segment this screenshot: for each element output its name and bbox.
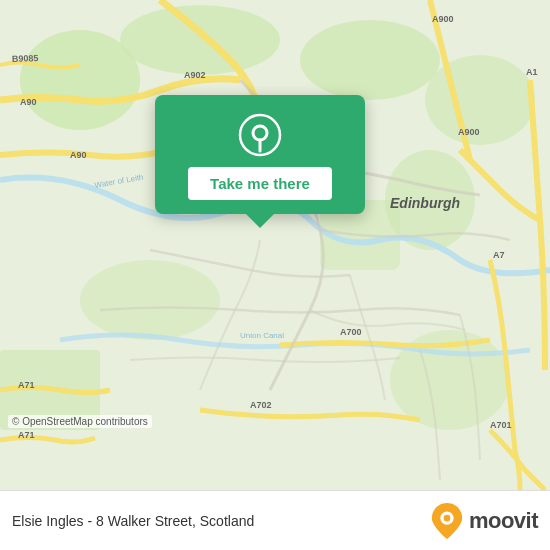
bottom-bar: Elsie Ingles - 8 Walker Street, Scotland…	[0, 490, 550, 550]
svg-point-7	[80, 260, 220, 340]
popup-card: Take me there	[155, 95, 365, 214]
svg-text:B9085: B9085	[12, 53, 39, 64]
svg-text:A90: A90	[70, 150, 87, 160]
moovit-pin-icon	[431, 503, 463, 539]
svg-text:A702: A702	[250, 400, 272, 410]
svg-text:A7: A7	[493, 250, 505, 260]
svg-text:A701: A701	[490, 420, 512, 430]
location-pin-icon	[238, 113, 282, 157]
moovit-logo: moovit	[431, 503, 538, 539]
svg-text:A900: A900	[458, 127, 480, 137]
svg-point-29	[444, 514, 451, 521]
svg-point-27	[253, 126, 267, 140]
svg-text:A90: A90	[20, 97, 37, 107]
svg-text:A902: A902	[184, 70, 206, 80]
svg-point-4	[425, 55, 535, 145]
take-me-there-button[interactable]: Take me there	[188, 167, 332, 200]
location-label: Elsie Ingles - 8 Walker Street, Scotland	[12, 513, 254, 529]
svg-text:Edinburgh: Edinburgh	[390, 195, 460, 211]
map-attribution: © OpenStreetMap contributors	[8, 415, 152, 428]
svg-text:A1: A1	[526, 67, 538, 77]
svg-text:A71: A71	[18, 430, 35, 440]
svg-text:Union Canal: Union Canal	[240, 331, 284, 340]
moovit-wordmark: moovit	[469, 508, 538, 534]
svg-point-2	[120, 5, 280, 75]
svg-text:A700: A700	[340, 327, 362, 337]
svg-text:A900: A900	[432, 14, 454, 24]
svg-text:A71: A71	[18, 380, 35, 390]
svg-point-3	[300, 20, 440, 100]
map-container: B9085 A90 A90 A902 A900 A900 A1 A7 A700 …	[0, 0, 550, 490]
